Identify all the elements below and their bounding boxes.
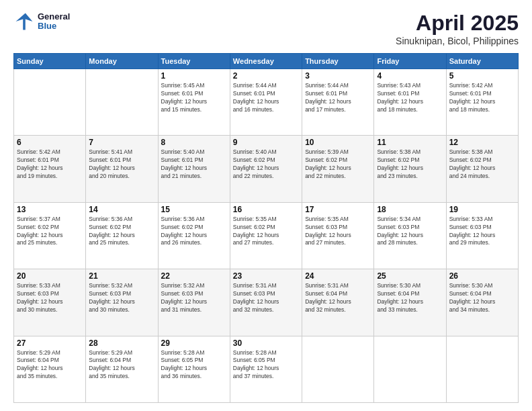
calendar-header-monday: Monday [86,54,158,69]
day-number: 12 [449,138,515,147]
cell-info: Sunrise: 5:44 AM Sunset: 6:01 PM Dayligh… [233,82,299,114]
calendar-week-row: 6Sunrise: 5:42 AM Sunset: 6:01 PM Daylig… [14,136,519,202]
day-number: 5 [449,71,515,81]
calendar-cell: 13Sunrise: 5:37 AM Sunset: 6:02 PM Dayli… [14,202,86,269]
cell-info: Sunrise: 5:33 AM Sunset: 6:03 PM Dayligh… [17,282,83,314]
day-number: 7 [89,138,154,147]
calendar-week-row: 13Sunrise: 5:37 AM Sunset: 6:02 PM Dayli… [14,202,519,269]
cell-info: Sunrise: 5:32 AM Sunset: 6:03 PM Dayligh… [161,282,227,314]
calendar-week-row: 20Sunrise: 5:33 AM Sunset: 6:03 PM Dayli… [14,269,519,336]
calendar-cell: 3Sunrise: 5:44 AM Sunset: 6:01 PM Daylig… [302,69,374,136]
calendar-cell: 17Sunrise: 5:35 AM Sunset: 6:03 PM Dayli… [302,202,374,269]
calendar-cell [374,336,446,402]
calendar-cell: 1Sunrise: 5:45 AM Sunset: 6:01 PM Daylig… [158,69,230,136]
calendar-cell: 9Sunrise: 5:40 AM Sunset: 6:02 PM Daylig… [230,136,302,202]
day-number: 17 [305,205,371,214]
calendar-cell: 4Sunrise: 5:43 AM Sunset: 6:01 PM Daylig… [374,69,446,136]
calendar-cell [302,336,374,402]
cell-info: Sunrise: 5:31 AM Sunset: 6:03 PM Dayligh… [233,282,299,314]
calendar-header-tuesday: Tuesday [158,54,230,69]
cell-info: Sunrise: 5:45 AM Sunset: 6:01 PM Dayligh… [161,82,227,114]
title-block: April 2025 Sinuknipan, Bicol, Philippine… [396,11,519,46]
calendar-cell: 29Sunrise: 5:28 AM Sunset: 6:05 PM Dayli… [158,336,230,402]
page-subtitle: Sinuknipan, Bicol, Philippines [396,36,519,46]
cell-info: Sunrise: 5:29 AM Sunset: 6:04 PM Dayligh… [17,349,83,381]
day-number: 1 [161,71,227,81]
calendar-cell [86,69,158,136]
logo-icon [13,11,35,32]
calendar-cell: 14Sunrise: 5:36 AM Sunset: 6:02 PM Dayli… [86,202,158,269]
logo-line2: Blue [38,21,70,31]
calendar-cell: 5Sunrise: 5:42 AM Sunset: 6:01 PM Daylig… [446,69,518,136]
calendar-header-wednesday: Wednesday [230,54,302,69]
day-number: 19 [449,205,515,214]
calendar-table: SundayMondayTuesdayWednesdayThursdayFrid… [13,53,519,403]
cell-info: Sunrise: 5:37 AM Sunset: 6:02 PM Dayligh… [17,216,83,248]
day-number: 23 [233,271,299,281]
cell-info: Sunrise: 5:36 AM Sunset: 6:02 PM Dayligh… [89,216,154,248]
calendar-cell: 30Sunrise: 5:28 AM Sunset: 6:05 PM Dayli… [230,336,302,402]
calendar-cell: 6Sunrise: 5:42 AM Sunset: 6:01 PM Daylig… [14,136,86,202]
svg-marker-0 [16,13,33,30]
cell-info: Sunrise: 5:36 AM Sunset: 6:02 PM Dayligh… [161,216,227,248]
day-number: 27 [17,338,83,348]
day-number: 22 [161,271,227,281]
calendar-cell: 28Sunrise: 5:29 AM Sunset: 6:04 PM Dayli… [86,336,158,402]
day-number: 24 [305,271,371,281]
calendar-header-friday: Friday [374,54,446,69]
calendar-cell: 11Sunrise: 5:38 AM Sunset: 6:02 PM Dayli… [374,136,446,202]
calendar-cell: 8Sunrise: 5:40 AM Sunset: 6:01 PM Daylig… [158,136,230,202]
calendar-cell: 21Sunrise: 5:32 AM Sunset: 6:03 PM Dayli… [86,269,158,336]
logo-line1: General [38,12,70,21]
cell-info: Sunrise: 5:34 AM Sunset: 6:03 PM Dayligh… [377,216,443,248]
day-number: 25 [377,271,443,281]
calendar-cell [14,69,86,136]
calendar-header-row: SundayMondayTuesdayWednesdayThursdayFrid… [14,54,519,69]
calendar-cell: 25Sunrise: 5:30 AM Sunset: 6:04 PM Dayli… [374,269,446,336]
cell-info: Sunrise: 5:33 AM Sunset: 6:03 PM Dayligh… [449,216,515,248]
cell-info: Sunrise: 5:28 AM Sunset: 6:05 PM Dayligh… [161,349,227,381]
calendar-cell: 23Sunrise: 5:31 AM Sunset: 6:03 PM Dayli… [230,269,302,336]
cell-info: Sunrise: 5:40 AM Sunset: 6:01 PM Dayligh… [161,148,227,181]
day-number: 15 [161,205,227,214]
calendar-cell: 19Sunrise: 5:33 AM Sunset: 6:03 PM Dayli… [446,202,518,269]
calendar-cell [446,336,518,402]
day-number: 2 [233,71,299,81]
cell-info: Sunrise: 5:40 AM Sunset: 6:02 PM Dayligh… [233,148,299,181]
day-number: 3 [305,71,371,81]
day-number: 20 [17,271,83,281]
day-number: 18 [377,205,443,214]
calendar-cell: 16Sunrise: 5:35 AM Sunset: 6:02 PM Dayli… [230,202,302,269]
day-number: 10 [305,138,371,147]
cell-info: Sunrise: 5:35 AM Sunset: 6:02 PM Dayligh… [233,216,299,248]
calendar-cell: 7Sunrise: 5:41 AM Sunset: 6:01 PM Daylig… [86,136,158,202]
cell-info: Sunrise: 5:42 AM Sunset: 6:01 PM Dayligh… [449,82,515,114]
page-title: April 2025 [396,11,519,36]
calendar-header-thursday: Thursday [302,54,374,69]
header: General Blue April 2025 Sinuknipan, Bico… [13,11,519,46]
calendar-week-row: 1Sunrise: 5:45 AM Sunset: 6:01 PM Daylig… [14,69,519,136]
day-number: 28 [89,338,154,348]
day-number: 11 [377,138,443,147]
day-number: 16 [233,205,299,214]
cell-info: Sunrise: 5:29 AM Sunset: 6:04 PM Dayligh… [89,349,154,381]
cell-info: Sunrise: 5:32 AM Sunset: 6:03 PM Dayligh… [89,282,154,314]
cell-info: Sunrise: 5:38 AM Sunset: 6:02 PM Dayligh… [377,148,443,181]
day-number: 6 [17,138,83,147]
page: General Blue April 2025 Sinuknipan, Bico… [0,0,532,411]
cell-info: Sunrise: 5:43 AM Sunset: 6:01 PM Dayligh… [377,82,443,114]
calendar-week-row: 27Sunrise: 5:29 AM Sunset: 6:04 PM Dayli… [14,336,519,402]
day-number: 21 [89,271,154,281]
cell-info: Sunrise: 5:44 AM Sunset: 6:01 PM Dayligh… [305,82,371,114]
cell-info: Sunrise: 5:30 AM Sunset: 6:04 PM Dayligh… [377,282,443,314]
day-number: 30 [233,338,299,348]
calendar-cell: 26Sunrise: 5:30 AM Sunset: 6:04 PM Dayli… [446,269,518,336]
calendar-header-saturday: Saturday [446,54,518,69]
cell-info: Sunrise: 5:39 AM Sunset: 6:02 PM Dayligh… [305,148,371,181]
calendar-cell: 12Sunrise: 5:38 AM Sunset: 6:02 PM Dayli… [446,136,518,202]
cell-info: Sunrise: 5:35 AM Sunset: 6:03 PM Dayligh… [305,216,371,248]
calendar-cell: 24Sunrise: 5:31 AM Sunset: 6:04 PM Dayli… [302,269,374,336]
calendar-header-sunday: Sunday [14,54,86,69]
day-number: 4 [377,71,443,81]
logo: General Blue [13,11,70,32]
